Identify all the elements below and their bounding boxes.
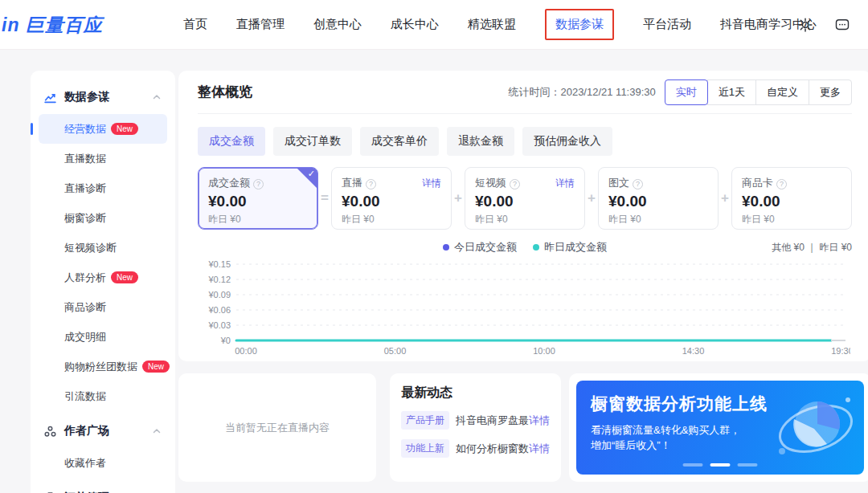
sidebar-section-header-1[interactable]: 作者广场: [39, 418, 167, 445]
trend-chart: ¥0.15¥0.12¥0.09¥0.06¥0.03¥000:0005:0010:…: [198, 258, 852, 362]
sidebar-item-0-1[interactable]: 直播数据: [39, 144, 167, 173]
svg-text:00:00: 00:00: [235, 346, 257, 356]
metric-card-value: ¥0.00: [342, 193, 441, 210]
sidebar-item-label: 人群分析: [64, 271, 106, 283]
line-chart-canvas: ¥0.15¥0.12¥0.09¥0.06¥0.03¥000:0005:0010:…: [198, 258, 850, 359]
carousel-dot-1[interactable]: [710, 463, 731, 467]
sidebar-item-label: 橱窗诊断: [64, 212, 106, 224]
sidebar-item-1-0[interactable]: 收藏作者: [39, 448, 167, 478]
sidebar-item-label: 直播数据: [64, 153, 106, 165]
detail-link[interactable]: 详情: [529, 414, 550, 428]
help-icon[interactable]: ?: [253, 179, 264, 189]
help-icon[interactable]: ?: [633, 179, 643, 189]
time-filter-3[interactable]: 更多: [809, 79, 852, 105]
carousel-dot-2[interactable]: [738, 463, 758, 467]
news-tag: 产品手册: [401, 411, 449, 430]
help-icon[interactable]: ?: [366, 179, 376, 189]
news-text: 抖音电商罗盘最全最...: [456, 414, 529, 428]
sidebar-item-0-3[interactable]: 橱窗诊断: [39, 203, 167, 233]
nav-item-2[interactable]: 创意中心: [313, 17, 362, 32]
new-badge: New: [111, 123, 138, 135]
metric-card-3[interactable]: 图文?¥0.00昨日 ¥0: [598, 167, 719, 230]
detail-link[interactable]: 详情: [529, 442, 550, 456]
nav-item-3[interactable]: 成长中心: [391, 17, 439, 32]
news-card: 最新动态 产品手册抖音电商罗盘最全最...详情功能上新如何分析橱窗数据，...详…: [390, 373, 561, 482]
news-text: 如何分析橱窗数据，...: [456, 442, 529, 456]
sidebar-section-items: 收藏作者: [39, 448, 167, 478]
news-item-1: 功能上新如何分析橱窗数据，...详情: [401, 439, 550, 458]
time-filter-1[interactable]: 近1天: [707, 79, 756, 105]
check-icon: ✓: [308, 169, 315, 179]
help-icon[interactable]: ?: [776, 179, 787, 189]
metric-card-yesterday: 昨日 ¥0: [208, 213, 308, 226]
stat-time-label: 统计时间：: [508, 86, 560, 98]
sidebar-item-0-7[interactable]: 成交明细: [39, 322, 167, 352]
operator-icon: +: [719, 190, 731, 206]
stat-time: 统计时间：2023/12/21 11:39:30: [508, 85, 655, 100]
metric-tab-2[interactable]: 成交客单价: [360, 127, 439, 156]
metric-tab-1[interactable]: 成交订单数: [273, 127, 352, 156]
sidebar-section-header-0[interactable]: 数据参谋: [39, 84, 167, 111]
svg-text:¥0.03: ¥0.03: [207, 320, 231, 330]
nav-item-0[interactable]: 首页: [183, 17, 207, 32]
metric-card-head: 图文?: [608, 176, 708, 190]
sidebar-section-header-2[interactable]: 订单管理: [39, 484, 167, 493]
settings-icon[interactable]: [797, 17, 813, 33]
detail-link[interactable]: 详情: [555, 177, 575, 190]
svg-text:10:00: 10:00: [533, 346, 555, 356]
metric-card-4[interactable]: 商品卡?¥0.00昨日 ¥0: [731, 167, 852, 230]
legend-item-1[interactable]: 昨日成交金额: [533, 240, 607, 255]
svg-text:¥0.15: ¥0.15: [207, 259, 231, 269]
metric-card-head: 短视频?详情: [475, 176, 575, 190]
sidebar-section-1: 作者广场收藏作者: [39, 418, 167, 478]
time-filter-0[interactable]: 实时: [665, 79, 708, 105]
metric-card-0[interactable]: 成交金额?¥0.00昨日 ¥0✓: [198, 167, 318, 230]
new-badge: New: [142, 361, 170, 373]
metric-card-value: ¥0.00: [208, 193, 308, 210]
chart-legend: 今日成交金额昨日成交金额: [198, 240, 852, 255]
message-icon[interactable]: [834, 17, 850, 33]
sidebar-item-0-6[interactable]: 商品诊断: [39, 292, 167, 322]
chart-side-note: 其他 ¥0 ｜ 昨日 ¥0: [772, 241, 852, 255]
new-badge: New: [111, 271, 138, 283]
top-navigation: in 巨量百应 首页直播管理创意中心成长中心精选联盟数据参谋平台活动抖音电商学习…: [0, 0, 868, 50]
detail-link[interactable]: 详情: [422, 177, 441, 190]
sidebar-section-title: 数据参谋: [64, 90, 151, 104]
time-filter-2[interactable]: 自定义: [755, 79, 809, 105]
promo-banner[interactable]: 橱窗数据分析功能上线 看清橱窗流量&转化&购买人群， 增加“睡后收入”！: [576, 381, 864, 475]
nav-item-6[interactable]: 平台活动: [643, 17, 691, 32]
sidebar-item-0-2[interactable]: 直播诊断: [39, 173, 167, 203]
svg-text:¥0.09: ¥0.09: [207, 290, 231, 299]
app-root: in 巨量百应 首页直播管理创意中心成长中心精选联盟数据参谋平台活动抖音电商学习…: [0, 0, 868, 493]
metric-card-2[interactable]: 短视频?详情¥0.00昨日 ¥0: [465, 167, 585, 230]
metric-tab-3[interactable]: 退款金额: [447, 127, 514, 156]
svg-text:19:30: 19:30: [831, 346, 850, 356]
sidebar-item-label: 短视频诊断: [64, 242, 117, 254]
sidebar-item-0-8[interactable]: 购物粉丝团数据New: [39, 352, 167, 381]
help-icon[interactable]: ?: [510, 179, 520, 189]
sidebar-item-0-5[interactable]: 人群分析New: [39, 263, 167, 292]
carousel-dot-0[interactable]: [683, 463, 703, 467]
nav-item-5[interactable]: 数据参谋: [545, 9, 614, 40]
metric-card-value: ¥0.00: [608, 193, 708, 210]
main-content: 整体概览 统计时间：2023/12/21 11:39:30 实时近1天自定义更多…: [178, 71, 868, 361]
legend-item-0[interactable]: 今日成交金额: [443, 240, 517, 255]
svg-text:¥0.12: ¥0.12: [207, 275, 231, 284]
metric-card-head: 成交金额?: [208, 176, 308, 190]
sidebar-item-0-4[interactable]: 短视频诊断: [39, 233, 167, 263]
metric-tab-4[interactable]: 预估佣金收入: [522, 127, 612, 156]
metric-card-title: 短视频?: [475, 176, 520, 190]
live-status-card: 当前暂无正在直播内容: [178, 373, 376, 482]
brand-logo[interactable]: in 巨量百应: [2, 13, 103, 38]
metric-card-1[interactable]: 直播?详情¥0.00昨日 ¥0: [331, 167, 452, 230]
sidebar-section-0: 数据参谋经营数据New直播数据直播诊断橱窗诊断短视频诊断人群分析New商品诊断成…: [39, 84, 167, 411]
nav-item-4[interactable]: 精选联盟: [468, 17, 516, 32]
sidebar-item-0-0[interactable]: 经营数据New: [39, 114, 167, 144]
sidebar-section-title: 作者广场: [64, 424, 151, 438]
metric-tab-0[interactable]: 成交金额: [198, 127, 265, 156]
metric-card-head: 商品卡?: [742, 176, 841, 190]
community-icon: [43, 425, 57, 438]
svg-text:¥0: ¥0: [220, 336, 231, 345]
nav-item-1[interactable]: 直播管理: [236, 17, 285, 32]
sidebar-item-0-9[interactable]: 引流数据: [39, 381, 167, 411]
